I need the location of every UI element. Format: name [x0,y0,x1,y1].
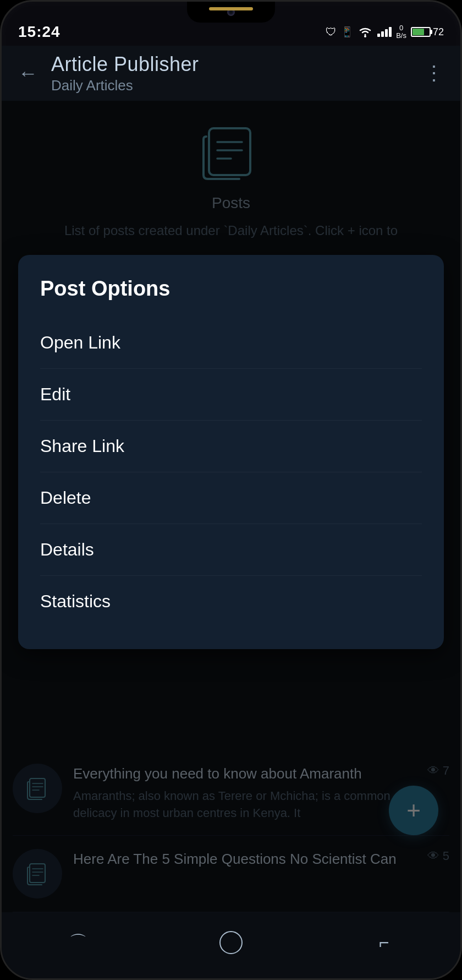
battery-indicator: 72 [411,26,444,38]
signal-bars [377,27,392,37]
option-details[interactable]: Details [40,524,422,576]
option-delete[interactable]: Delete [40,472,422,524]
modal-title: Post Options [40,277,422,301]
battery-fill [413,29,424,35]
notch [187,2,275,23]
more-options-button[interactable]: ⋮ [424,62,444,85]
phone-icon: 📱 [341,26,353,38]
post-options-modal-container: Post Options Open Link Edit Share Link D… [2,101,460,912]
nav-recents-button[interactable]: ⌐ [367,926,400,959]
header-title-group: Article Publisher Daily Articles [51,53,424,94]
bottom-navigation: ⌒ ⌐ [2,912,460,978]
phone-frame: 15:24 🛡 📱 0 B/s [0,0,462,980]
wifi-icon [358,26,373,38]
status-time: 15:24 [18,23,61,41]
option-edit[interactable]: Edit [40,369,422,421]
nav-back-icon: ⌒ [69,930,87,955]
battery-percent: 72 [433,26,444,38]
option-statistics[interactable]: Statistics [40,576,422,627]
app-title: Article Publisher [51,53,424,76]
svg-point-0 [364,35,366,37]
nav-recents-icon: ⌐ [379,933,389,953]
post-options-modal: Post Options Open Link Edit Share Link D… [18,255,444,649]
data-speed: 0 B/s [396,24,406,40]
option-share-link[interactable]: Share Link [40,421,422,472]
option-open-link[interactable]: Open Link [40,317,422,369]
status-icons: 🛡 📱 0 B/s [326,24,444,40]
battery-box [411,27,431,37]
app-header: ← Article Publisher Daily Articles ⋮ [2,46,460,101]
nav-home-icon [219,931,243,954]
nav-back-button[interactable]: ⌒ [62,926,95,959]
nav-home-button[interactable] [215,926,248,959]
app-subtitle: Daily Articles [51,77,424,94]
shield-icon: 🛡 [326,26,337,39]
top-indicator [209,7,253,10]
back-button[interactable]: ← [18,62,38,85]
